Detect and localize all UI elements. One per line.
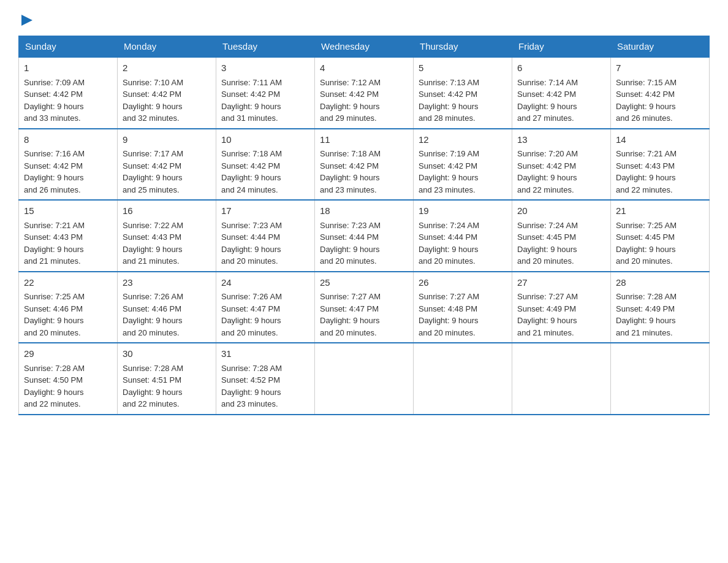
day-number: 5 [419,61,507,75]
sunset-label: Sunset: 4:51 PM [123,375,181,385]
sunset-label: Sunset: 4:52 PM [221,375,280,385]
sunset-label: Sunset: 4:45 PM [616,232,675,242]
calendar-cell [315,343,414,415]
calendar-cell: 2Sunrise: 7:10 AMSunset: 4:42 PMDaylight… [118,57,216,129]
daylight-and-minutes: and 21 minutes. [123,256,180,266]
sunset-label: Sunset: 4:48 PM [419,304,477,313]
sunrise-label: Sunrise: 7:13 AM [419,78,479,87]
weekday-header-sunday: Sunday [19,36,118,58]
daylight-and-minutes: and 20 minutes. [221,328,278,337]
daylight-and-minutes: and 31 minutes. [221,113,278,123]
svg-marker-0 [21,15,32,26]
calendar-cell: 23Sunrise: 7:26 AMSunset: 4:46 PMDayligh… [118,272,216,343]
day-number: 11 [320,133,408,147]
daylight-and-minutes: and 20 minutes. [419,328,476,337]
calendar-cell: 12Sunrise: 7:19 AMSunset: 4:42 PMDayligh… [414,129,512,201]
sunrise-label: Sunrise: 7:24 AM [419,221,479,230]
day-number: 16 [123,204,211,218]
sunrise-label: Sunrise: 7:21 AM [616,149,677,158]
sunset-label: Sunset: 4:42 PM [419,161,477,170]
daylight-label: Daylight: 9 hours [123,102,183,111]
sunset-label: Sunset: 4:42 PM [221,161,280,170]
sunset-label: Sunset: 4:42 PM [24,161,83,170]
daylight-and-minutes: and 21 minutes. [616,328,673,337]
sunset-label: Sunset: 4:42 PM [320,90,379,99]
weekday-header-friday: Friday [512,36,611,58]
sunset-label: Sunset: 4:43 PM [616,161,675,170]
sunrise-label: Sunrise: 7:26 AM [123,292,183,301]
day-number: 17 [221,204,309,218]
calendar-week-row: 29Sunrise: 7:28 AMSunset: 4:50 PMDayligh… [19,343,710,415]
sunset-label: Sunset: 4:50 PM [24,375,83,385]
sunrise-label: Sunrise: 7:27 AM [419,292,479,301]
page-header [18,12,710,29]
daylight-label: Daylight: 9 hours [320,173,380,182]
weekday-header-wednesday: Wednesday [315,36,414,58]
daylight-and-minutes: and 20 minutes. [24,328,81,337]
sunset-label: Sunset: 4:47 PM [320,304,379,313]
logo [18,12,34,29]
daylight-and-minutes: and 23 minutes. [221,399,278,408]
daylight-and-minutes: and 20 minutes. [123,328,180,337]
sunset-label: Sunset: 4:45 PM [517,232,576,242]
daylight-label: Daylight: 9 hours [616,102,676,111]
sunrise-label: Sunrise: 7:28 AM [24,364,85,373]
daylight-and-minutes: and 21 minutes. [517,328,574,337]
calendar-cell: 7Sunrise: 7:15 AMSunset: 4:42 PMDaylight… [611,57,710,129]
calendar-cell: 30Sunrise: 7:28 AMSunset: 4:51 PMDayligh… [118,343,216,415]
calendar-week-row: 8Sunrise: 7:16 AMSunset: 4:42 PMDaylight… [19,129,710,201]
daylight-label: Daylight: 9 hours [24,102,84,111]
sunset-label: Sunset: 4:49 PM [616,304,675,313]
daylight-label: Daylight: 9 hours [517,173,577,182]
sunrise-label: Sunrise: 7:28 AM [123,364,183,373]
calendar-week-row: 22Sunrise: 7:25 AMSunset: 4:46 PMDayligh… [19,272,710,343]
day-number: 20 [517,204,605,218]
sunset-label: Sunset: 4:44 PM [221,232,280,242]
sunrise-label: Sunrise: 7:15 AM [616,78,677,87]
sunset-label: Sunset: 4:42 PM [616,90,675,99]
day-number: 7 [616,61,704,75]
day-number: 9 [123,133,211,147]
day-number: 23 [123,276,211,290]
sunrise-label: Sunrise: 7:11 AM [221,78,282,87]
daylight-and-minutes: and 26 minutes. [24,185,81,194]
daylight-label: Daylight: 9 hours [221,245,281,254]
daylight-label: Daylight: 9 hours [24,388,84,397]
daylight-label: Daylight: 9 hours [517,245,577,254]
daylight-label: Daylight: 9 hours [221,316,281,325]
daylight-and-minutes: and 25 minutes. [123,185,180,194]
daylight-and-minutes: and 22 minutes. [24,399,81,408]
weekday-header-monday: Monday [118,36,216,58]
logo-arrow-icon [20,13,34,29]
sunset-label: Sunset: 4:42 PM [123,161,181,170]
daylight-label: Daylight: 9 hours [419,245,479,254]
daylight-label: Daylight: 9 hours [419,173,479,182]
sunset-label: Sunset: 4:44 PM [320,232,379,242]
daylight-and-minutes: and 22 minutes. [123,399,180,408]
sunrise-label: Sunrise: 7:28 AM [221,364,282,373]
calendar-cell: 28Sunrise: 7:28 AMSunset: 4:49 PMDayligh… [611,272,710,343]
calendar-cell: 21Sunrise: 7:25 AMSunset: 4:45 PMDayligh… [611,200,710,272]
daylight-and-minutes: and 24 minutes. [221,185,278,194]
calendar-cell: 17Sunrise: 7:23 AMSunset: 4:44 PMDayligh… [216,200,315,272]
sunrise-label: Sunrise: 7:17 AM [123,149,183,158]
sunset-label: Sunset: 4:44 PM [419,232,477,242]
sunrise-label: Sunrise: 7:25 AM [24,292,85,301]
day-number: 10 [221,133,309,147]
daylight-label: Daylight: 9 hours [123,316,183,325]
sunrise-label: Sunrise: 7:24 AM [517,221,578,230]
daylight-and-minutes: and 26 minutes. [616,113,673,123]
calendar-cell: 31Sunrise: 7:28 AMSunset: 4:52 PMDayligh… [216,343,315,415]
daylight-label: Daylight: 9 hours [123,173,183,182]
calendar-cell: 16Sunrise: 7:22 AMSunset: 4:43 PMDayligh… [118,200,216,272]
daylight-and-minutes: and 20 minutes. [419,256,476,266]
calendar-cell: 20Sunrise: 7:24 AMSunset: 4:45 PMDayligh… [512,200,611,272]
calendar-cell: 3Sunrise: 7:11 AMSunset: 4:42 PMDaylight… [216,57,315,129]
calendar-cell: 27Sunrise: 7:27 AMSunset: 4:49 PMDayligh… [512,272,611,343]
day-number: 27 [517,276,605,290]
day-number: 1 [24,61,112,75]
daylight-label: Daylight: 9 hours [517,316,577,325]
sunrise-label: Sunrise: 7:27 AM [320,292,381,301]
daylight-and-minutes: and 21 minutes. [24,256,81,266]
daylight-and-minutes: and 20 minutes. [320,328,377,337]
